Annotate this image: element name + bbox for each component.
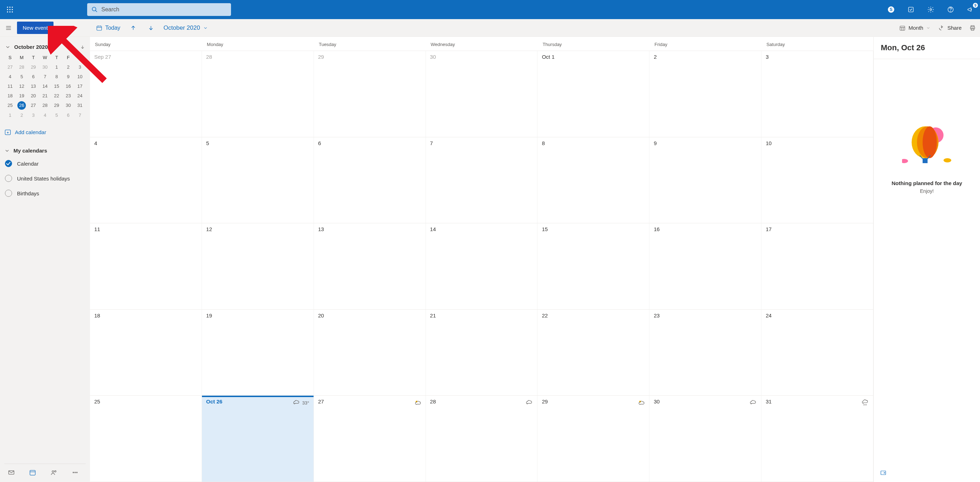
- new-event-button[interactable]: New event: [17, 22, 54, 34]
- mini-day-cell[interactable]: 3: [28, 113, 39, 118]
- mini-day-cell[interactable]: 15: [51, 84, 62, 89]
- today-button[interactable]: Today: [96, 25, 121, 31]
- view-picker-button[interactable]: Month: [899, 25, 931, 31]
- mini-day-cell[interactable]: 24: [74, 93, 86, 98]
- mini-day-cell[interactable]: 14: [39, 84, 51, 89]
- day-cell[interactable]: 17: [761, 223, 873, 309]
- search-box[interactable]: [87, 3, 231, 16]
- mini-day-cell[interactable]: 7: [74, 113, 86, 118]
- calendar-module-button[interactable]: [29, 469, 36, 477]
- more-modules-button[interactable]: [72, 469, 79, 477]
- day-cell[interactable]: 18: [90, 310, 202, 396]
- mini-calendar-header[interactable]: October 2020: [4, 44, 86, 50]
- app-launcher-button[interactable]: [3, 3, 16, 16]
- mini-day-cell[interactable]: 16: [62, 84, 74, 89]
- mini-day-cell[interactable]: 2: [16, 113, 28, 118]
- menu-toggle-button[interactable]: [3, 22, 14, 33]
- mini-day-cell[interactable]: 27: [28, 103, 39, 108]
- arrow-down-icon[interactable]: [80, 44, 85, 49]
- mini-day-cell[interactable]: 23: [62, 93, 74, 98]
- collapse-panel-icon[interactable]: [880, 469, 886, 476]
- people-module-button[interactable]: [50, 469, 57, 477]
- mini-day-cell[interactable]: 5: [51, 113, 62, 118]
- arrow-up-icon[interactable]: [70, 44, 75, 49]
- mini-day-cell[interactable]: 18: [4, 93, 16, 98]
- mini-day-cell[interactable]: 1: [4, 113, 16, 118]
- day-cell[interactable]: 12: [202, 223, 314, 309]
- day-cell[interactable]: 20: [314, 310, 426, 396]
- my-calendars-header[interactable]: My calendars: [4, 147, 86, 154]
- add-calendar-button[interactable]: Add calendar: [4, 128, 86, 136]
- mini-day-cell[interactable]: 28: [39, 103, 51, 108]
- mini-day-cell[interactable]: 12: [16, 84, 28, 89]
- day-cell[interactable]: 22: [538, 310, 649, 396]
- day-cell[interactable]: 14: [426, 223, 538, 309]
- day-cell[interactable]: Sep 27: [90, 51, 202, 137]
- day-cell[interactable]: 23: [649, 310, 761, 396]
- day-cell[interactable]: 29: [538, 396, 649, 482]
- day-cell[interactable]: 2: [649, 51, 761, 137]
- mini-day-cell[interactable]: 26: [16, 103, 28, 108]
- print-button[interactable]: [969, 25, 976, 31]
- day-cell[interactable]: 9: [649, 137, 761, 223]
- mini-day-cell[interactable]: 11: [4, 84, 16, 89]
- mini-day-cell[interactable]: 22: [51, 93, 62, 98]
- mini-day-cell[interactable]: 30: [39, 64, 51, 70]
- mini-day-cell[interactable]: 1: [51, 64, 62, 70]
- prev-month-button[interactable]: [128, 23, 138, 33]
- day-cell[interactable]: 21: [426, 310, 538, 396]
- day-cell[interactable]: 19: [202, 310, 314, 396]
- skype-button[interactable]: S: [885, 3, 897, 16]
- mini-day-cell[interactable]: 7: [39, 74, 51, 79]
- day-cell[interactable]: 30: [649, 396, 761, 482]
- day-cell[interactable]: 25: [90, 396, 202, 482]
- mini-day-cell[interactable]: 25: [4, 103, 16, 108]
- month-picker-button[interactable]: October 2020: [164, 24, 208, 32]
- calendar-list-item[interactable]: United States holidays: [5, 175, 86, 182]
- day-cell[interactable]: 31: [761, 396, 873, 482]
- mini-day-cell[interactable]: 17: [74, 84, 86, 89]
- mini-day-cell[interactable]: 27: [4, 64, 16, 70]
- mini-day-cell[interactable]: 31: [74, 103, 86, 108]
- day-cell[interactable]: 28: [202, 51, 314, 137]
- mini-day-cell[interactable]: 2: [62, 64, 74, 70]
- mini-day-cell[interactable]: 29: [51, 103, 62, 108]
- mini-day-cell[interactable]: 6: [62, 113, 74, 118]
- mini-day-cell[interactable]: 21: [39, 93, 51, 98]
- mini-day-cell[interactable]: 4: [4, 74, 16, 79]
- calendar-checkbox[interactable]: [5, 160, 12, 167]
- day-cell[interactable]: 4: [90, 137, 202, 223]
- mini-day-cell[interactable]: 30: [62, 103, 74, 108]
- mini-day-cell[interactable]: 5: [16, 74, 28, 79]
- mini-day-cell[interactable]: 6: [28, 74, 39, 79]
- mini-day-cell[interactable]: 20: [28, 93, 39, 98]
- day-cell[interactable]: Oct 1: [538, 51, 649, 137]
- search-input[interactable]: [101, 6, 227, 13]
- calendar-checkbox[interactable]: [5, 175, 12, 182]
- day-cell[interactable]: 24: [761, 310, 873, 396]
- day-cell[interactable]: 6: [314, 137, 426, 223]
- day-cell[interactable]: 3: [761, 51, 873, 137]
- day-cell[interactable]: 8: [538, 137, 649, 223]
- day-cell[interactable]: 11: [90, 223, 202, 309]
- day-cell[interactable]: 27: [314, 396, 426, 482]
- share-button[interactable]: Share: [938, 25, 962, 31]
- mini-day-cell[interactable]: 9: [62, 74, 74, 79]
- day-cell[interactable]: 16: [649, 223, 761, 309]
- mini-day-cell[interactable]: 3: [74, 64, 86, 70]
- mini-day-cell[interactable]: 4: [39, 113, 51, 118]
- day-cell[interactable]: 5: [202, 137, 314, 223]
- mini-day-cell[interactable]: 8: [51, 74, 62, 79]
- day-cell[interactable]: 15: [538, 223, 649, 309]
- mini-day-cell[interactable]: 28: [16, 64, 28, 70]
- calendar-checkbox[interactable]: [5, 190, 12, 197]
- notifications-button[interactable]: 9: [964, 3, 977, 16]
- day-cell[interactable]: 7: [426, 137, 538, 223]
- settings-button[interactable]: [925, 3, 937, 16]
- mini-day-cell[interactable]: 13: [28, 84, 39, 89]
- calendar-list-item[interactable]: Birthdays: [5, 190, 86, 197]
- mini-day-cell[interactable]: 10: [74, 74, 86, 79]
- day-cell[interactable]: Oct 2633°: [202, 396, 314, 482]
- next-month-button[interactable]: [146, 23, 156, 33]
- help-button[interactable]: [945, 3, 957, 16]
